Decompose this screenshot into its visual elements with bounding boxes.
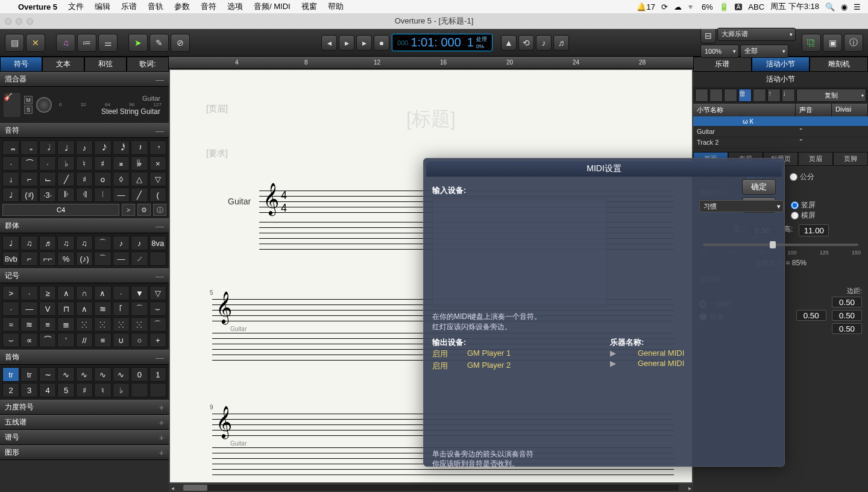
view-all-select[interactable]: 全部 [740, 45, 788, 58]
menu-options[interactable]: 选项 [227, 1, 243, 12]
sym[interactable]: ♫ [57, 236, 74, 250]
table-row[interactable]: Guitar῀ [693, 127, 868, 137]
sym[interactable]: 1 [149, 367, 166, 382]
ime-badge[interactable]: A [735, 4, 743, 10]
output-device-row[interactable]: 启用GM Player 1 [432, 348, 598, 360]
traffic-lights[interactable] [5, 18, 33, 25]
sym[interactable]: 3 [20, 383, 37, 397]
sym[interactable]: > [2, 286, 19, 300]
sym[interactable]: ⵘ [94, 317, 111, 332]
sym[interactable] [149, 383, 166, 397]
sym[interactable]: ≡ [94, 333, 111, 347]
subtab-header[interactable]: 页眉 [798, 152, 833, 166]
list-icon[interactable]: ≔ [77, 34, 96, 52]
score-select[interactable]: 大师乐谱 [717, 28, 796, 41]
status-icon-2[interactable]: ☁ [674, 2, 682, 11]
sym[interactable]: 5 [57, 383, 74, 397]
menu-score[interactable]: 乐谱 [121, 1, 137, 12]
sym[interactable]: · [2, 156, 19, 171]
menu-view[interactable]: 视窗 [301, 1, 317, 12]
sym[interactable]: 𝅜 [2, 140, 19, 155]
play-button[interactable]: ▸ [339, 35, 354, 51]
tool-scissors-icon[interactable]: ✕ [26, 34, 45, 52]
menu-params[interactable]: 参数 [174, 1, 190, 12]
ime-label[interactable]: ABC [748, 2, 764, 11]
sym[interactable]: ≋ [94, 301, 111, 316]
search-icon[interactable]: 🔍 [825, 2, 835, 11]
sym[interactable]: ⁀ [39, 333, 56, 347]
sym[interactable]: ♯ [94, 156, 111, 171]
sym[interactable]: ⌒ [94, 251, 111, 266]
sym[interactable]: 𝅗𝅥 [39, 140, 56, 155]
margin-input[interactable] [832, 297, 862, 308]
sym[interactable]: ♮ [76, 156, 93, 171]
mute-button[interactable]: M [24, 96, 33, 104]
section-ornaments[interactable]: 首饰— [0, 350, 169, 365]
help-button[interactable]: > [122, 204, 135, 216]
sym[interactable]: ∪ [113, 333, 130, 347]
pan-knob[interactable] [36, 97, 52, 113]
sym[interactable]: ▽ [149, 286, 166, 300]
sym[interactable]: 𝄪 [113, 156, 130, 171]
sym[interactable]: 𝄽 [131, 140, 148, 155]
sym[interactable]: ⌒ [149, 317, 166, 332]
clock[interactable]: 周五 下午3:18 [770, 1, 819, 12]
view-score-icon[interactable]: ▤ [5, 34, 24, 52]
sym[interactable]: ♩ [57, 140, 74, 155]
sym[interactable]: ♮ [94, 383, 111, 397]
play2-button[interactable]: ▸ [356, 35, 372, 51]
menu-audio-midi[interactable]: 音频/ MIDI [254, 1, 291, 12]
sym[interactable]: tr [20, 367, 37, 382]
tab-symbols[interactable]: 符号 [0, 57, 42, 72]
staff-tool-icon[interactable]: ♬ [553, 35, 569, 51]
loop-icon[interactable]: ⟲ [518, 35, 534, 51]
sym[interactable] [149, 251, 166, 266]
section-mixer[interactable]: 混合器— [0, 72, 169, 87]
sym[interactable]: 𝄫 [131, 156, 148, 171]
sym[interactable]: ⌣ [149, 301, 166, 316]
erase-icon[interactable]: ⊘ [171, 34, 190, 52]
sym[interactable]: ∝ [20, 333, 37, 347]
margin-input[interactable] [832, 323, 862, 334]
sym[interactable]: ⵘ [113, 317, 130, 332]
orient-portrait-radio[interactable]: 竖屏 [791, 200, 816, 210]
sym[interactable]: + [149, 333, 166, 347]
sym[interactable]: ♯ [76, 172, 93, 186]
sym[interactable]: ♩ [2, 236, 19, 250]
sym[interactable]: ≋ [20, 317, 37, 332]
sym[interactable]: (♪) [76, 251, 93, 266]
tab-engraver[interactable]: 雕刻机 [810, 57, 868, 72]
tab-text[interactable]: 文本 [42, 57, 84, 72]
sym[interactable]: ▼ [131, 286, 148, 300]
sym[interactable]: ⌐ [20, 251, 37, 266]
notes-icon[interactable]: ♫ [56, 34, 75, 52]
mixer-icon[interactable]: ⚌ [98, 34, 118, 52]
sym[interactable]: ⌐ [20, 172, 37, 186]
notification-icon[interactable]: 🔔17 [637, 2, 655, 11]
sym[interactable]: ╱ [131, 188, 148, 202]
battery-icon[interactable]: 🔋 [719, 2, 729, 11]
sym[interactable]: 0 [131, 367, 148, 382]
sym[interactable]: · [113, 286, 130, 300]
section-dynamics[interactable]: 力度符号+ [0, 400, 169, 415]
orient-landscape-radio[interactable]: 横屏 [791, 210, 816, 221]
copy-icon[interactable]: ⿻ [802, 34, 821, 52]
sym[interactable]: ∧ [57, 286, 74, 300]
menu-help[interactable]: 帮助 [328, 1, 344, 12]
sym[interactable]: ♭ [113, 383, 130, 397]
sym[interactable]: 4 [39, 383, 56, 397]
sym[interactable]: ( [149, 188, 166, 202]
pointer-icon[interactable]: ➤ [128, 34, 148, 52]
sym[interactable]: ' [57, 333, 74, 347]
tab-score[interactable]: 乐谱 [693, 57, 752, 72]
status-icon-1[interactable]: ⟳ [661, 2, 668, 11]
sound-icon[interactable]: ♪ [536, 35, 552, 51]
unit-cm-radio[interactable]: 公分 [790, 172, 814, 182]
sym[interactable]: ♪ [113, 236, 130, 250]
sym[interactable]: ♭ [57, 156, 74, 171]
margin-input[interactable] [832, 310, 862, 321]
section-staves[interactable]: 五线谱+ [0, 415, 169, 430]
rt-icon-1[interactable] [695, 89, 708, 102]
sym[interactable]: 𝄀 [94, 188, 111, 202]
sym[interactable]: ↓ [2, 172, 19, 186]
